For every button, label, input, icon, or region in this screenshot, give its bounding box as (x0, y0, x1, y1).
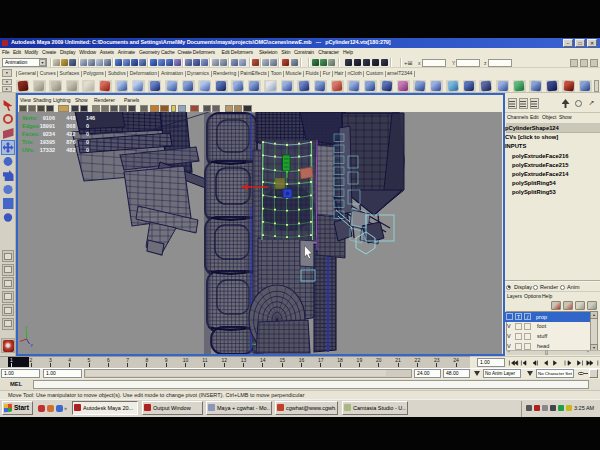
svg-text:0: 0 (86, 123, 89, 129)
svg-text:UVs:: UVs: (22, 147, 35, 153)
svg-text:0: 0 (86, 131, 89, 137)
svg-text:Tris:: Tris: (22, 139, 34, 145)
svg-text:18991: 18991 (40, 123, 55, 129)
svg-text:482: 482 (66, 147, 75, 153)
svg-text:422: 422 (66, 131, 75, 137)
svg-text:876: 876 (66, 139, 75, 145)
svg-text:146: 146 (86, 115, 95, 121)
svg-text:9106: 9106 (43, 115, 55, 121)
svg-text:448: 448 (66, 115, 75, 121)
svg-text:Faces:: Faces: (22, 131, 40, 137)
svg-text:Verts:: Verts: (22, 115, 37, 121)
svg-text:Edges:: Edges: (22, 123, 41, 129)
svg-text:17332: 17332 (40, 147, 55, 153)
svg-text:0: 0 (86, 147, 89, 153)
svg-text:868: 868 (66, 123, 75, 129)
svg-text:9234: 9234 (43, 131, 56, 137)
svg-text:0: 0 (86, 139, 89, 145)
svg-text:19395: 19395 (40, 139, 55, 145)
